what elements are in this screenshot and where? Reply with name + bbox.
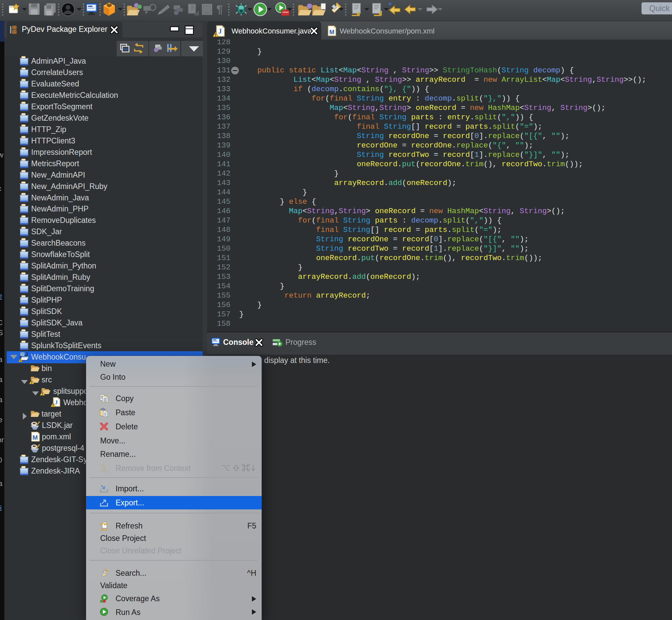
svg-text:J: J: [25, 352, 28, 357]
svg-text:M: M: [329, 29, 334, 36]
svg-text:J: J: [218, 28, 222, 35]
svg-text:*: *: [389, 3, 392, 10]
svg-text:M: M: [21, 352, 24, 356]
svg-text:M: M: [33, 434, 38, 441]
